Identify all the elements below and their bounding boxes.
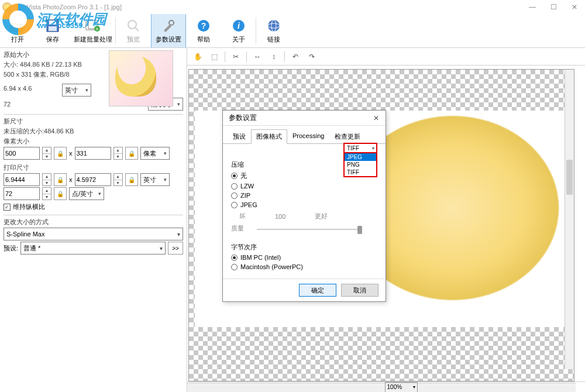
tab-preset[interactable]: 预设 bbox=[228, 129, 251, 144]
resolution-spinner[interactable]: ▲▼ bbox=[42, 187, 51, 200]
aspect-ratio-checkbox[interactable]: ✓ 维持纵横比 bbox=[4, 202, 183, 211]
quality-label: 质量 bbox=[231, 224, 244, 233]
preset-more-button[interactable]: >> bbox=[168, 242, 183, 255]
print-unit-select[interactable]: 英寸 bbox=[140, 173, 170, 186]
flip-h-icon[interactable]: ↔ bbox=[250, 50, 264, 63]
original-unit-select[interactable]: 英寸 bbox=[62, 84, 91, 97]
watermark-logo: 河东软件园 bbox=[2, 4, 106, 35]
zoom-select[interactable]: 100%▾ bbox=[385, 382, 418, 393]
print-height-spinner[interactable]: ▲▼ bbox=[113, 173, 123, 186]
preview-toolbar: ✋ ⬚ ✂ ↔ ↕ ↶ ↷ bbox=[187, 48, 585, 66]
ok-button[interactable]: 确定 bbox=[299, 284, 336, 297]
radio-mac[interactable]: Macintosh (PowerPC) bbox=[231, 263, 377, 270]
width-input[interactable]: 500 bbox=[4, 147, 40, 160]
pan-tool-icon[interactable]: ✋ bbox=[191, 50, 205, 63]
byteorder-label: 字节次序 bbox=[231, 243, 377, 252]
watermark-badge bbox=[2, 4, 34, 35]
resolution-unit-select[interactable]: 点/英寸 bbox=[69, 187, 104, 200]
resolution-lock[interactable]: 🔒 bbox=[54, 187, 67, 200]
rotate-ccw-icon[interactable]: ↶ bbox=[288, 50, 302, 63]
vertical-scrollbar[interactable] bbox=[565, 70, 574, 369]
quality-slider[interactable] bbox=[257, 224, 362, 235]
wrench-screwdriver-icon bbox=[160, 18, 177, 34]
help-icon: ? bbox=[195, 18, 212, 34]
uncompressed-size: 未压缩的大小:484.86 KB bbox=[4, 127, 183, 136]
dialog-titlebar[interactable]: 参数设置 ✕ bbox=[223, 111, 386, 126]
cancel-button[interactable]: 取消 bbox=[341, 284, 378, 297]
svg-line-8 bbox=[135, 27, 139, 31]
format-option-tiff[interactable]: TIFF bbox=[345, 169, 376, 176]
about-button[interactable]: i 关于 bbox=[221, 14, 256, 47]
svg-text:?: ? bbox=[201, 21, 207, 30]
dialog-close-button[interactable]: ✕ bbox=[370, 112, 382, 124]
rotate-cw-icon[interactable]: ↷ bbox=[305, 50, 319, 63]
radio-zip[interactable]: ZIP bbox=[231, 192, 377, 199]
horizontal-scrollbar[interactable] bbox=[187, 383, 576, 392]
pixel-size-label: 像素大小 bbox=[4, 137, 183, 146]
crop-tool-icon[interactable]: ✂ bbox=[229, 50, 243, 63]
params-dialog: 参数设置 ✕ 预设 图像格式 Processing 检查更新 TIFF JPEG… bbox=[222, 110, 386, 302]
resize-method-header: 更改大小的方式 bbox=[4, 218, 183, 226]
print-height-lock[interactable]: 🔒 bbox=[125, 173, 138, 186]
preview-button[interactable]: 预览 bbox=[116, 14, 151, 47]
tab-image-format[interactable]: 图像格式 bbox=[251, 129, 287, 144]
preset-select[interactable]: 普通 * bbox=[20, 242, 166, 255]
watermark-text: 河东软件园 bbox=[36, 10, 106, 29]
height-input[interactable]: 331 bbox=[75, 147, 111, 160]
width-spinner[interactable]: ▲▼ bbox=[42, 147, 51, 160]
print-height-input[interactable]: 4.5972 bbox=[75, 173, 111, 186]
minimize-button[interactable]: — bbox=[522, 0, 543, 14]
maximize-button[interactable]: ☐ bbox=[543, 0, 564, 14]
format-option-jpeg[interactable]: JPEG bbox=[345, 153, 376, 161]
print-width-lock[interactable]: 🔒 bbox=[54, 173, 67, 186]
svg-point-9 bbox=[169, 20, 174, 25]
height-lock[interactable]: 🔒 bbox=[125, 147, 138, 160]
tab-processing[interactable]: Processing bbox=[287, 129, 329, 144]
svg-point-7 bbox=[128, 20, 136, 29]
select-tool-icon[interactable]: ⬚ bbox=[207, 50, 221, 63]
svg-point-14 bbox=[268, 20, 280, 32]
flip-v-icon[interactable]: ↕ bbox=[267, 50, 281, 63]
height-spinner[interactable]: ▲▼ bbox=[113, 147, 123, 160]
magnifier-icon bbox=[125, 18, 142, 34]
link-button[interactable]: 链接 bbox=[256, 14, 291, 47]
preset-label: 预设: bbox=[4, 244, 18, 253]
print-width-input[interactable]: 6.9444 bbox=[4, 173, 40, 186]
radio-ibm[interactable]: IBM PC (Intel) bbox=[231, 254, 377, 261]
original-resolution: 72 bbox=[4, 101, 11, 108]
dialog-tabs: 预设 图像格式 Processing 检查更新 bbox=[223, 126, 386, 144]
print-width-spinner[interactable]: ▲▼ bbox=[42, 173, 51, 186]
tab-check-update[interactable]: 检查更新 bbox=[329, 129, 366, 144]
format-select[interactable]: TIFF bbox=[343, 143, 377, 153]
info-icon: i bbox=[230, 18, 247, 34]
link-globe-icon bbox=[266, 18, 282, 34]
new-size-header: 新尺寸 bbox=[4, 117, 183, 126]
print-size-label: 打印尺寸 bbox=[4, 163, 183, 172]
resolution-input[interactable]: 72 bbox=[4, 187, 40, 200]
thumbnail-image bbox=[109, 50, 173, 106]
help-button[interactable]: ? 帮助 bbox=[186, 14, 221, 47]
format-option-png[interactable]: PNG bbox=[345, 161, 376, 169]
radio-jpeg[interactable]: JPEG bbox=[231, 201, 377, 208]
resize-method-select[interactable]: S-Spline Max bbox=[4, 228, 183, 240]
radio-lzw[interactable]: LZW bbox=[231, 183, 377, 190]
format-dropdown[interactable]: JPEG PNG TIFF bbox=[343, 153, 377, 177]
pixel-unit-select[interactable]: 像素 bbox=[140, 147, 170, 160]
close-button[interactable]: ✕ bbox=[564, 0, 585, 14]
dialog-title: 参数设置 bbox=[229, 113, 257, 123]
width-lock[interactable]: 🔒 bbox=[54, 147, 67, 160]
params-button[interactable]: 参数设置 bbox=[151, 14, 186, 47]
